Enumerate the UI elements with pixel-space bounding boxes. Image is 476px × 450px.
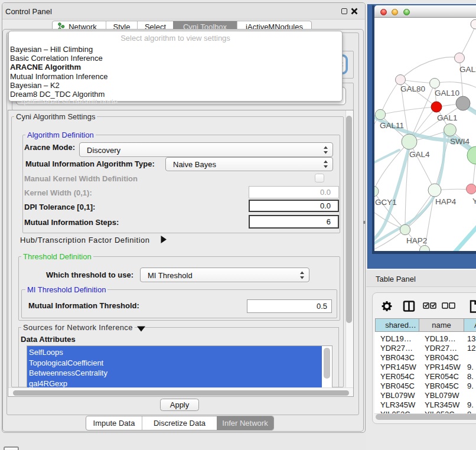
svg-text:GAL80: GAL80 bbox=[400, 84, 425, 93]
svg-text:SWI4: SWI4 bbox=[450, 137, 470, 146]
svg-text:GAL1: GAL1 bbox=[437, 113, 458, 122]
svg-text:GAL11: GAL11 bbox=[380, 121, 404, 130]
svg-text:GAL10: GAL10 bbox=[435, 89, 459, 97]
svg-text:HAP4: HAP4 bbox=[435, 197, 457, 206]
svg-text:GAL4: GAL4 bbox=[409, 150, 430, 159]
svg-text:HAP2: HAP2 bbox=[406, 236, 427, 245]
svg-text:YM: YM bbox=[472, 197, 476, 206]
svg-text:GCY1: GCY1 bbox=[375, 198, 397, 207]
svg-text:GAL2: GAL2 bbox=[459, 65, 476, 74]
